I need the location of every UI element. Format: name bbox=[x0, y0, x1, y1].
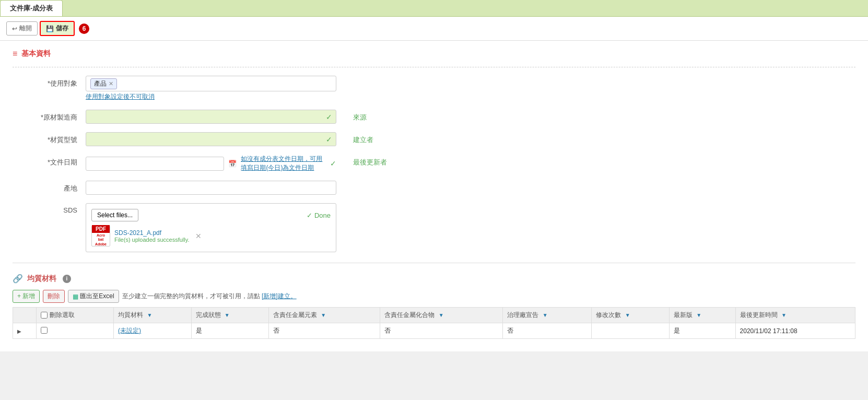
section-divider bbox=[13, 263, 855, 263]
tab-bar: 文件庫-成分表 bbox=[0, 0, 868, 17]
col-material: 均質材料 ▼ bbox=[114, 308, 191, 323]
raw-manufacturer-label: *原材製造商 bbox=[13, 110, 86, 122]
filter-status-icon[interactable]: ▼ bbox=[225, 312, 230, 318]
col-regulatory: 治理廠宣告 ▼ bbox=[503, 308, 592, 323]
basic-info-title: 基本資料 bbox=[21, 49, 51, 58]
col-expand bbox=[13, 308, 37, 323]
filter-revisions-icon[interactable]: ▼ bbox=[625, 312, 630, 318]
select-all-checkbox[interactable] bbox=[41, 312, 48, 319]
homogeneous-section-header: 🔗 均質材料 i bbox=[13, 274, 855, 284]
material-model-row: *材質型號 M-12345 ✓ 建立者 bbox=[13, 132, 855, 146]
table-hint: 至少建立一個完整的均質材料，才可被引用，請點 [新增]建立。 bbox=[122, 292, 297, 301]
expand-icon[interactable]: ▶ bbox=[17, 328, 21, 334]
homogeneous-section-icon: 🔗 bbox=[13, 274, 23, 284]
raw-manufacturer-input[interactable]: 綠易新材料科技有限公司 bbox=[86, 110, 336, 124]
file-status: File(s) uploaded successfully. bbox=[114, 237, 189, 243]
filter-hazardous-compounds-icon[interactable]: ▼ bbox=[439, 312, 444, 318]
row-material[interactable]: (未設定) bbox=[114, 323, 191, 339]
filter-last-updated-icon[interactable]: ▼ bbox=[781, 312, 787, 318]
basic-info-form: *使用對象 產品 ✕ 使用對象設定後不可取消 *原材製造商 綠易新材料科技有限公… bbox=[13, 67, 855, 252]
close-button[interactable]: ↩ 離開 bbox=[6, 21, 38, 36]
sds-row: SDS Select files... ✓ Done PDF bbox=[13, 203, 855, 252]
close-label: 離開 bbox=[19, 24, 32, 33]
file-name[interactable]: SDS-2021_A.pdf bbox=[114, 229, 189, 237]
row-revisions bbox=[592, 323, 669, 339]
usage-target-control: 產品 ✕ 使用對象設定後不可取消 bbox=[86, 76, 336, 101]
col-last-updated: 最後更新時間 ▼ bbox=[735, 308, 855, 323]
usage-target-hint[interactable]: 使用對象設定後不可取消 bbox=[86, 92, 336, 101]
file-item: PDF Acro bat Adobe SDS-2021_A.pdf File(s… bbox=[91, 226, 331, 246]
save-label: 儲存 bbox=[56, 24, 68, 33]
delete-button[interactable]: 刪除 bbox=[43, 290, 65, 303]
usage-target-row: *使用對象 產品 ✕ 使用對象設定後不可取消 bbox=[13, 76, 855, 101]
row-last-updated: 2020/11/02 17:11:08 bbox=[735, 323, 855, 339]
material-link[interactable]: (未設定) bbox=[118, 327, 141, 334]
info-icon[interactable]: i bbox=[63, 275, 71, 283]
calendar-icon[interactable]: 📅 bbox=[228, 160, 237, 168]
col-latest: 最新版 ▼ bbox=[669, 308, 735, 323]
pdf-icon: PDF Acro bat Adobe bbox=[91, 226, 110, 246]
usage-target-label: *使用對象 bbox=[13, 76, 86, 88]
homogeneous-section-title: 均質材料 bbox=[27, 274, 56, 284]
col-revisions: 修改次數 ▼ bbox=[592, 308, 669, 323]
excel-icon: ▦ bbox=[73, 293, 78, 300]
author-label: 建立者 bbox=[353, 132, 373, 145]
raw-manufacturer-check-icon: ✓ bbox=[326, 113, 332, 121]
file-upload-top: Select files... ✓ Done bbox=[91, 209, 331, 221]
badge-6: 6 bbox=[79, 23, 89, 34]
raw-manufacturer-control: 綠易新材料科技有限公司 ✓ bbox=[86, 110, 336, 124]
doc-date-check-icon: ✓ bbox=[330, 159, 336, 168]
select-files-button[interactable]: Select files... bbox=[91, 209, 138, 221]
material-model-control: M-12345 ✓ bbox=[86, 132, 336, 146]
material-model-label: *材質型號 bbox=[13, 132, 86, 145]
tab-documents[interactable]: 文件庫-成分表 bbox=[0, 0, 63, 16]
table-body: ▶ (未設定) 是 否 否 否 是 2020/11/02 17:11:08 bbox=[13, 323, 855, 339]
pdf-body-label: Acro bat Adobe bbox=[94, 233, 108, 247]
filter-hazardous-elements-icon[interactable]: ▼ bbox=[321, 312, 326, 318]
origin-label: 產地 bbox=[13, 181, 86, 193]
close-icon: ↩ bbox=[12, 25, 17, 32]
origin-control: Taiwan bbox=[86, 181, 336, 195]
raw-manufacturer-row: *原材製造商 綠易新材料科技有限公司 ✓ 來源 bbox=[13, 110, 855, 124]
filter-regulatory-icon[interactable]: ▼ bbox=[543, 312, 548, 318]
doc-date-row: *文件日期 2020/11/03 📅 如沒有成分表文件日期，可用填寫日期(今日)… bbox=[13, 155, 855, 172]
export-excel-button[interactable]: ▦ 匯出至Excel bbox=[68, 290, 119, 303]
table-header: 刪除選取 均質材料 ▼ 完成狀態 ▼ 含責任金屬元素 ▼ 含責任金屬化合物 bbox=[13, 308, 855, 323]
data-table: 刪除選取 均質材料 ▼ 完成狀態 ▼ 含責任金屬元素 ▼ 含責任金屬化合物 bbox=[13, 307, 855, 339]
usage-target-tag: 產品 ✕ bbox=[90, 78, 117, 89]
last-updater-label: 最後更新者 bbox=[353, 155, 387, 167]
usage-target-input[interactable]: 產品 ✕ bbox=[86, 76, 336, 91]
done-text: Done bbox=[314, 211, 331, 219]
file-upload-area: Select files... ✓ Done PDF Acro bat bbox=[86, 203, 336, 252]
row-regulatory: 否 bbox=[503, 323, 592, 339]
file-remove-icon[interactable]: ✕ bbox=[195, 232, 202, 240]
doc-date-input[interactable]: 2020/11/03 bbox=[86, 157, 224, 171]
date-row: 2020/11/03 📅 如沒有成分表文件日期，可用填寫日期(今日)為文件日期 … bbox=[86, 155, 336, 172]
origin-row: 產地 Taiwan bbox=[13, 181, 855, 195]
filter-latest-icon[interactable]: ▼ bbox=[696, 312, 701, 318]
material-model-input[interactable]: M-12345 bbox=[86, 132, 336, 146]
sds-label: SDS bbox=[13, 203, 86, 214]
done-check-icon: ✓ bbox=[307, 211, 312, 219]
add-button[interactable]: + 新增 bbox=[13, 290, 40, 303]
doc-date-hint[interactable]: 如沒有成分表文件日期，可用填寫日期(今日)為文件日期 bbox=[241, 155, 324, 172]
file-info: SDS-2021_A.pdf File(s) uploaded successf… bbox=[114, 229, 189, 243]
doc-date-label: *文件日期 bbox=[13, 155, 86, 167]
origin-input[interactable]: Taiwan bbox=[86, 181, 336, 195]
filter-material-icon[interactable]: ▼ bbox=[147, 312, 152, 318]
done-label: ✓ Done bbox=[307, 211, 331, 219]
table-row: ▶ (未設定) 是 否 否 否 是 2020/11/02 17:11:08 bbox=[13, 323, 855, 339]
tag-close-icon[interactable]: ✕ bbox=[109, 80, 113, 87]
sds-control: Select files... ✓ Done PDF Acro bat bbox=[86, 203, 336, 252]
col-hazardous-elements: 含責任金屬元素 ▼ bbox=[268, 308, 380, 323]
toolbar: ↩ 離開 💾 儲存 6 bbox=[0, 17, 868, 41]
table-hint-link[interactable]: [新增]建立。 bbox=[262, 292, 297, 300]
row-check bbox=[37, 323, 114, 339]
save-button[interactable]: 💾 儲存 bbox=[40, 21, 75, 36]
basic-info-section-header: ≡ 基本資料 bbox=[13, 49, 855, 61]
doc-date-control: 2020/11/03 📅 如沒有成分表文件日期，可用填寫日期(今日)為文件日期 … bbox=[86, 155, 336, 172]
row-expand[interactable]: ▶ bbox=[13, 323, 37, 339]
source-label: 來源 bbox=[353, 110, 367, 122]
main-content: ≡ 基本資料 *使用對象 產品 ✕ 使用對象設定後不可取消 *原材製造商 bbox=[0, 41, 868, 351]
row-checkbox[interactable] bbox=[41, 327, 48, 334]
